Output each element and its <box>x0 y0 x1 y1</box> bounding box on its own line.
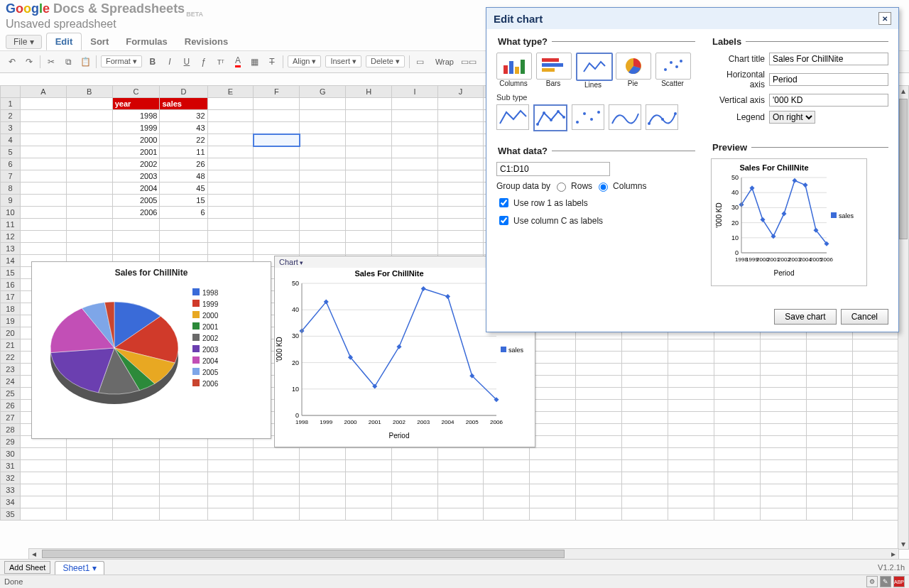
cell[interactable] <box>714 400 761 412</box>
cell[interactable] <box>575 364 621 376</box>
cell[interactable] <box>254 484 300 496</box>
scroll-right-icon[interactable]: ▸ <box>888 549 898 559</box>
row-header[interactable]: 22 <box>1 352 21 364</box>
cell[interactable] <box>112 448 160 460</box>
dialog-titlebar[interactable]: Edit chart ✕ <box>486 8 898 29</box>
cell[interactable] <box>806 472 852 484</box>
cell[interactable] <box>668 484 714 496</box>
row-header[interactable]: 16 <box>1 279 21 291</box>
cell[interactable] <box>207 146 254 158</box>
cell[interactable] <box>437 170 484 183</box>
row-header[interactable]: 24 <box>1 376 21 388</box>
cell[interactable] <box>254 146 300 158</box>
cell[interactable] <box>66 243 112 255</box>
cell[interactable] <box>622 400 668 412</box>
cell[interactable]: 48 <box>160 170 207 183</box>
cell[interactable] <box>806 339 852 352</box>
chart-type-columns[interactable]: Columns <box>496 53 530 89</box>
data-range-input[interactable] <box>496 162 610 176</box>
cell[interactable] <box>530 484 576 496</box>
cell[interactable]: 15 <box>160 195 207 207</box>
scroll-left-icon[interactable]: ◂ <box>29 549 39 559</box>
row-header[interactable]: 5 <box>1 146 21 158</box>
cell[interactable] <box>760 448 806 460</box>
cell[interactable] <box>20 219 66 231</box>
row-header[interactable]: 26 <box>1 400 21 412</box>
cell[interactable] <box>300 448 346 460</box>
cell[interactable] <box>575 508 621 521</box>
row-header[interactable]: 34 <box>1 496 21 508</box>
chart-type-lines[interactable]: Lines <box>576 53 610 89</box>
tray-abp-icon[interactable]: ABP <box>893 576 905 587</box>
cell[interactable] <box>760 352 806 364</box>
cancel-button[interactable]: Cancel <box>841 309 888 325</box>
cell[interactable] <box>622 352 668 364</box>
scroll-down-icon[interactable]: ▾ <box>901 539 905 549</box>
cell[interactable]: 2005 <box>112 195 160 207</box>
cell[interactable]: 1999 <box>112 122 160 134</box>
cell[interactable] <box>20 460 66 472</box>
cell[interactable] <box>852 352 898 364</box>
row-header[interactable]: 7 <box>1 170 21 183</box>
chart-subtype-3[interactable] <box>609 104 641 130</box>
cell[interactable] <box>760 472 806 484</box>
row-header[interactable]: 27 <box>1 412 21 424</box>
cell[interactable] <box>806 508 852 521</box>
cell[interactable] <box>207 195 254 207</box>
cell[interactable] <box>760 412 806 424</box>
cell[interactable] <box>254 183 300 195</box>
cell[interactable] <box>254 508 300 521</box>
cell[interactable] <box>575 448 621 460</box>
cell[interactable] <box>714 436 761 448</box>
vertical-scrollbar[interactable]: ▴ ▾ <box>898 85 909 550</box>
cell[interactable] <box>300 219 346 231</box>
cell[interactable] <box>668 352 714 364</box>
merge-icon[interactable]: ▭▭ <box>462 55 475 68</box>
row-header[interactable]: 6 <box>1 158 21 170</box>
cell[interactable] <box>530 508 576 521</box>
cell[interactable] <box>806 484 852 496</box>
cell[interactable] <box>622 364 668 376</box>
cell[interactable] <box>346 460 392 472</box>
column-header[interactable]: C <box>112 86 160 98</box>
cell[interactable] <box>346 508 392 521</box>
cell[interactable] <box>20 484 66 496</box>
cell[interactable] <box>254 448 300 460</box>
cell[interactable] <box>346 170 392 183</box>
cell[interactable] <box>622 388 668 400</box>
cell[interactable] <box>622 339 668 352</box>
cell[interactable] <box>575 400 621 412</box>
cell[interactable] <box>575 412 621 424</box>
cell[interactable] <box>392 158 437 170</box>
cell[interactable] <box>160 448 207 460</box>
cell[interactable] <box>66 460 112 472</box>
cell[interactable] <box>392 195 437 207</box>
cell[interactable]: 2006 <box>112 207 160 219</box>
cell[interactable] <box>530 400 576 412</box>
tab-edit[interactable]: Edit <box>46 33 82 50</box>
cell[interactable] <box>20 146 66 158</box>
row-header[interactable]: 8 <box>1 183 21 195</box>
cell[interactable] <box>622 412 668 424</box>
cell[interactable] <box>437 484 484 496</box>
row-header[interactable]: 12 <box>1 231 21 243</box>
cell[interactable]: 2001 <box>112 146 160 158</box>
cell[interactable] <box>346 219 392 231</box>
cell[interactable] <box>112 472 160 484</box>
cell[interactable]: 2003 <box>112 170 160 183</box>
row-header[interactable]: 28 <box>1 424 21 436</box>
scroll-thumb[interactable] <box>899 99 908 239</box>
cell[interactable] <box>254 170 300 183</box>
cell[interactable] <box>852 339 898 352</box>
text-color-icon[interactable]: A <box>232 55 244 68</box>
cell[interactable] <box>112 219 160 231</box>
paste-icon[interactable]: 📋 <box>79 55 92 68</box>
cell[interactable] <box>207 508 254 521</box>
delete-menu[interactable]: Delete ▾ <box>366 55 405 67</box>
cell[interactable] <box>668 412 714 424</box>
cell[interactable] <box>437 110 484 122</box>
cell[interactable] <box>484 496 530 508</box>
cell[interactable]: 6 <box>160 207 207 219</box>
cell[interactable] <box>20 158 66 170</box>
wrap-toggle[interactable]: Wrap <box>431 57 458 67</box>
